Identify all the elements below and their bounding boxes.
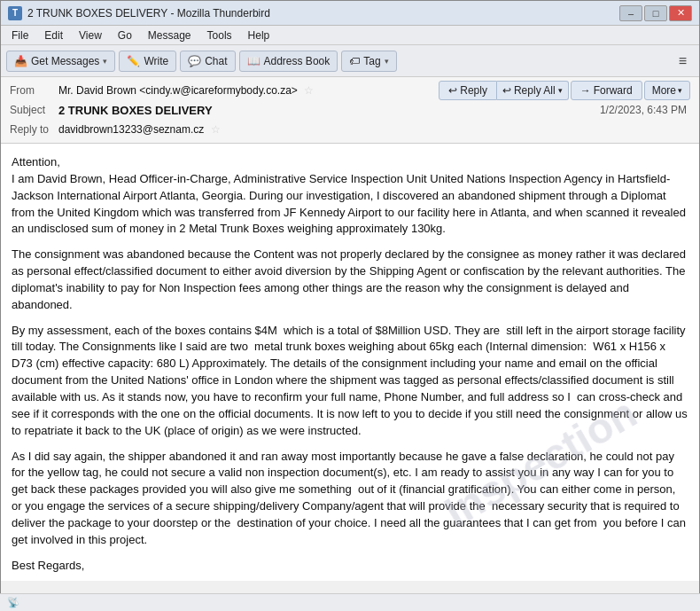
write-icon: ✏️ — [127, 55, 140, 67]
title-bar: T 2 TRUNK BOXES DELIVERY - Mozilla Thund… — [1, 1, 699, 26]
reply-label: Reply — [460, 84, 487, 97]
reply-all-dropdown-icon: ▾ — [558, 86, 563, 95]
address-book-button[interactable]: 📖 Address Book — [239, 51, 338, 72]
body-paragraph: By my assessment, each of the boxes cont… — [12, 323, 688, 440]
menu-bar: File Edit View Go Message Tools Help — [1, 26, 699, 45]
status-icon: 📡 — [7, 597, 19, 608]
status-bar: 📡 — [0, 593, 700, 611]
chat-button[interactable]: 💬 Chat — [180, 51, 235, 72]
tag-label: Tag — [363, 55, 380, 67]
minimize-button[interactable]: – — [619, 5, 642, 21]
get-messages-icon: 📥 — [14, 55, 27, 67]
from-row: From Mr. David Brown <cindy.w@icareformy… — [10, 81, 690, 100]
reply-group: ↩ Reply ↩ Reply All ▾ — [439, 81, 568, 100]
menu-go[interactable]: Go — [111, 27, 139, 43]
more-dropdown-icon: ▾ — [678, 86, 682, 95]
menu-view[interactable]: View — [72, 27, 109, 43]
email-body: Attention, I am David Brown, Head Office… — [1, 144, 699, 581]
subject-row: Subject 2 TRUNK BOXES DELIVERY 1/2/2023,… — [10, 100, 690, 120]
tag-dropdown-icon: ▾ — [385, 57, 389, 66]
action-buttons: ↩ Reply ↩ Reply All ▾ → Forward More ▾ — [439, 81, 690, 100]
tag-button[interactable]: 🏷 Tag ▾ — [341, 51, 396, 72]
from-address: Mr. David Brown <cindy.w@icareformybody.… — [58, 84, 298, 97]
window-controls: – □ ✕ — [619, 5, 692, 21]
reply-to-star-icon[interactable]: ☆ — [211, 123, 221, 136]
write-button[interactable]: ✏️ Write — [119, 51, 176, 72]
body-paragraph: Best Regards, David Brown Head Officer-i… — [12, 558, 688, 581]
menu-edit[interactable]: Edit — [37, 27, 70, 43]
body-paragraph: Attention, I am David Brown, Head Office… — [12, 154, 688, 238]
write-label: Write — [144, 55, 168, 67]
forward-icon: → — [580, 84, 591, 97]
forward-button[interactable]: → Forward — [571, 81, 642, 100]
chat-label: Chat — [205, 55, 227, 67]
get-messages-button[interactable]: 📥 Get Messages ▾ — [6, 51, 115, 72]
toolbar: 📥 Get Messages ▾ ✏️ Write 💬 Chat 📖 Addre… — [1, 45, 699, 77]
subject-value: 2 TRUNK BOXES DELIVERY — [58, 104, 600, 117]
get-messages-dropdown-icon: ▾ — [103, 57, 107, 66]
forward-label: Forward — [594, 84, 633, 97]
address-book-label: Address Book — [264, 55, 331, 67]
reply-to-row: Reply to davidbrown13233@seznam.cz ☆ — [10, 120, 690, 139]
reply-button[interactable]: ↩ Reply — [439, 81, 497, 100]
reply-to-value: davidbrown13233@seznam.cz ☆ — [58, 123, 690, 136]
reply-icon: ↩ — [448, 84, 457, 97]
window-title: 2 TRUNK BOXES DELIVERY - Mozilla Thunder… — [27, 7, 619, 20]
from-value: Mr. David Brown <cindy.w@icareformybody.… — [58, 84, 439, 97]
reply-to-label: Reply to — [10, 123, 58, 136]
chat-icon: 💬 — [188, 55, 201, 67]
reply-all-button[interactable]: ↩ Reply All ▾ — [497, 81, 569, 100]
tag-icon: 🏷 — [349, 55, 360, 67]
email-header: From Mr. David Brown <cindy.w@icareformy… — [1, 77, 699, 144]
body-paragraph: The consignment was abandoned because th… — [12, 247, 688, 313]
from-star-icon[interactable]: ☆ — [304, 84, 314, 97]
menu-tools[interactable]: Tools — [200, 27, 239, 43]
close-button[interactable]: ✕ — [669, 5, 692, 21]
menu-message[interactable]: Message — [141, 27, 198, 43]
menu-help[interactable]: Help — [241, 27, 277, 43]
from-label: From — [10, 84, 58, 97]
more-label: More — [652, 84, 676, 97]
more-button[interactable]: More ▾ — [644, 81, 690, 100]
reply-all-icon: ↩ — [502, 84, 511, 97]
address-book-icon: 📖 — [247, 55, 261, 67]
reply-all-label: Reply All — [514, 84, 556, 97]
menu-file[interactable]: File — [4, 27, 35, 43]
date-value: 1/2/2023, 6:43 PM — [600, 104, 690, 116]
hamburger-menu-button[interactable]: ≡ — [672, 50, 694, 73]
subject-label: Subject — [10, 104, 58, 116]
body-paragraph: As I did say again, the shipper abandone… — [12, 449, 688, 549]
get-messages-label: Get Messages — [31, 55, 99, 67]
maximize-button[interactable]: □ — [644, 5, 667, 21]
app-icon: T — [8, 6, 22, 20]
